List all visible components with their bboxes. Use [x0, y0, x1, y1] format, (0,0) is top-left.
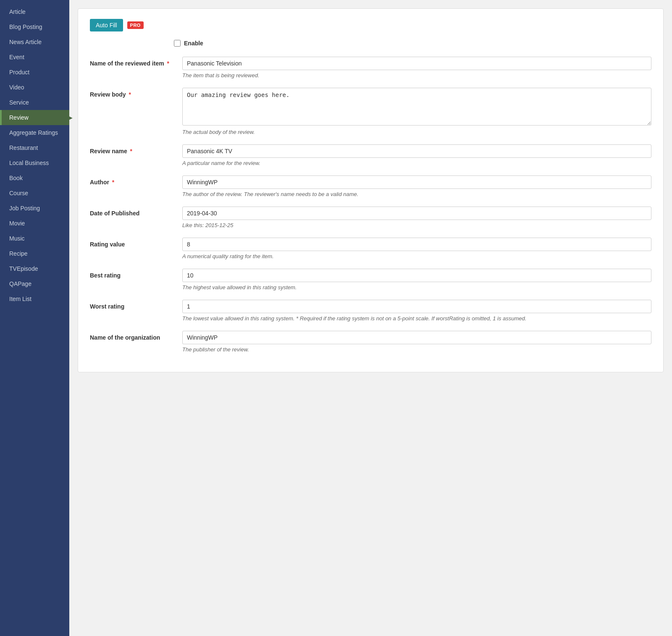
hint-date_published: Like this: 2015-12-25 — [182, 222, 651, 228]
label-rating_value: Rating value — [90, 238, 182, 248]
enable-row: Enable — [90, 40, 651, 47]
input-review_name[interactable] — [182, 144, 651, 158]
field-review_body: Our amazing review goes here.The actual … — [182, 88, 651, 135]
sidebar-item-video[interactable]: Video — [0, 80, 69, 95]
input-review_body[interactable]: Our amazing review goes here. — [182, 88, 651, 126]
sidebar-item-local-business[interactable]: Local Business — [0, 155, 69, 170]
hint-rating_value: A numerical quality rating for the item. — [182, 253, 651, 259]
form-row-date_published: Date of PublishedLike this: 2015-12-25 — [90, 207, 651, 228]
field-org_name: The publisher of the review. — [182, 331, 651, 353]
field-date_published: Like this: 2015-12-25 — [182, 207, 651, 228]
hint-reviewed_item: The item that is being reviewed. — [182, 72, 651, 79]
hint-review_body: The actual body of the review. — [182, 129, 651, 135]
form-row-best_rating: Best ratingThe highest value allowed in … — [90, 269, 651, 291]
sidebar-item-book[interactable]: Book — [0, 170, 69, 186]
sidebar-item-recipe[interactable]: Recipe — [0, 246, 69, 261]
sidebar-item-event[interactable]: Event — [0, 50, 69, 65]
sidebar-item-music[interactable]: Music — [0, 231, 69, 246]
input-best_rating[interactable] — [182, 269, 651, 282]
required-marker-author: * — [110, 179, 114, 186]
toolbar: Auto Fill PRO — [90, 19, 651, 31]
sidebar-item-news-article[interactable]: News Article — [0, 34, 69, 50]
form-row-worst_rating: Worst ratingThe lowest value allowed in … — [90, 300, 651, 322]
field-best_rating: The highest value allowed in this rating… — [182, 269, 651, 291]
field-worst_rating: The lowest value allowed in this rating … — [182, 300, 651, 322]
sidebar-item-aggregate-ratings[interactable]: Aggregate Ratings — [0, 125, 69, 140]
form-row-review_body: Review body *Our amazing review goes her… — [90, 88, 651, 135]
hint-author: The author of the review. The reviewer's… — [182, 191, 651, 197]
form-row-reviewed_item: Name of the reviewed item *The item that… — [90, 57, 651, 79]
form-fields: Name of the reviewed item *The item that… — [90, 57, 651, 353]
sidebar-item-restaurant[interactable]: Restaurant — [0, 140, 69, 155]
label-worst_rating: Worst rating — [90, 300, 182, 310]
form-row-author: Author *The author of the review. The re… — [90, 175, 651, 197]
label-date_published: Date of Published — [90, 207, 182, 217]
sidebar-item-movie[interactable]: Movie — [0, 216, 69, 231]
hint-review_name: A particular name for the review. — [182, 160, 651, 166]
input-author[interactable] — [182, 175, 651, 189]
hint-org_name: The publisher of the review. — [182, 346, 651, 353]
content-box: Auto Fill PRO Enable Name of the reviewe… — [78, 8, 664, 372]
required-marker-review_name: * — [129, 148, 132, 154]
form-row-rating_value: Rating valueA numerical quality rating f… — [90, 238, 651, 259]
sidebar-item-item-list[interactable]: Item List — [0, 291, 69, 306]
label-review_body: Review body * — [90, 88, 182, 98]
sidebar-item-review[interactable]: Review — [0, 110, 69, 125]
input-date_published[interactable] — [182, 207, 651, 220]
pro-badge: PRO — [127, 21, 144, 29]
enable-label[interactable]: Enable — [184, 40, 203, 47]
enable-checkbox[interactable] — [174, 40, 181, 47]
sidebar-item-course[interactable]: Course — [0, 186, 69, 201]
sidebar: ArticleBlog PostingNews ArticleEventProd… — [0, 0, 69, 636]
form-row-review_name: Review name *A particular name for the r… — [90, 144, 651, 166]
input-worst_rating[interactable] — [182, 300, 651, 313]
required-marker-review_body: * — [127, 91, 131, 98]
label-author: Author * — [90, 175, 182, 186]
required-marker-reviewed_item: * — [165, 60, 169, 67]
field-review_name: A particular name for the review. — [182, 144, 651, 166]
sidebar-item-tvepisode[interactable]: TVEpisode — [0, 261, 69, 276]
sidebar-item-service[interactable]: Service — [0, 95, 69, 110]
sidebar-item-qapage[interactable]: QAPage — [0, 276, 69, 291]
field-reviewed_item: The item that is being reviewed. — [182, 57, 651, 79]
input-org_name[interactable] — [182, 331, 651, 344]
sidebar-item-product[interactable]: Product — [0, 65, 69, 80]
label-org_name: Name of the organization — [90, 331, 182, 341]
main-content: Auto Fill PRO Enable Name of the reviewe… — [69, 0, 672, 636]
label-review_name: Review name * — [90, 144, 182, 154]
label-best_rating: Best rating — [90, 269, 182, 279]
input-reviewed_item[interactable] — [182, 57, 651, 70]
field-author: The author of the review. The reviewer's… — [182, 175, 651, 197]
field-rating_value: A numerical quality rating for the item. — [182, 238, 651, 259]
sidebar-item-blog-posting[interactable]: Blog Posting — [0, 19, 69, 34]
sidebar-item-job-posting[interactable]: Job Posting — [0, 201, 69, 216]
sidebar-item-article[interactable]: Article — [0, 4, 69, 19]
hint-best_rating: The highest value allowed in this rating… — [182, 284, 651, 291]
label-reviewed_item: Name of the reviewed item * — [90, 57, 182, 67]
form-row-org_name: Name of the organizationThe publisher of… — [90, 331, 651, 353]
hint-worst_rating: The lowest value allowed in this rating … — [182, 315, 651, 322]
autofill-button[interactable]: Auto Fill — [90, 19, 123, 31]
input-rating_value[interactable] — [182, 238, 651, 251]
